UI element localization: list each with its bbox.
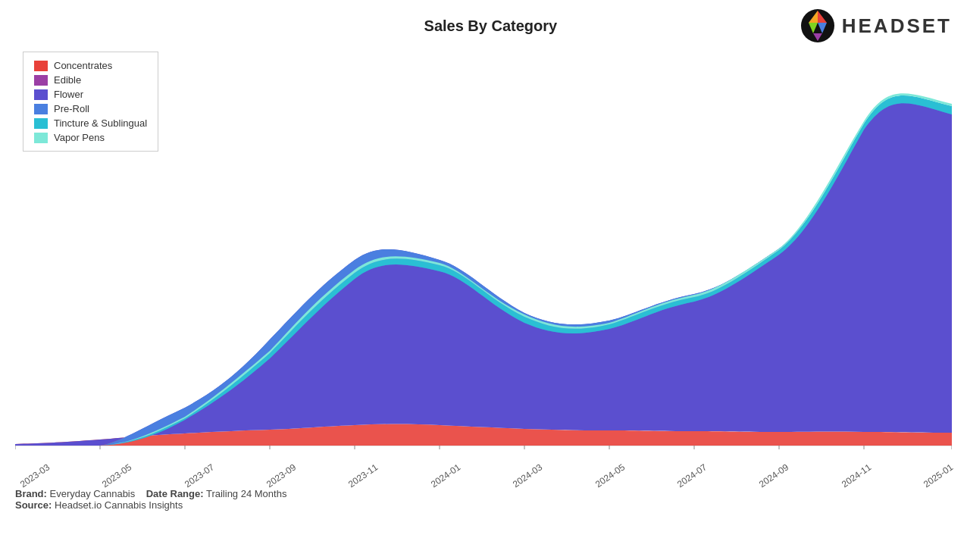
preroll-label: Pre-Roll — [54, 103, 89, 114]
vapor-swatch — [34, 133, 48, 143]
brand-label: Brand: — [15, 488, 47, 499]
headset-logo-icon — [800, 8, 836, 44]
edible-swatch — [34, 75, 48, 86]
date-range-label: Date Range: — [146, 488, 204, 499]
logo-text: HEADSET — [842, 14, 952, 38]
source-label: Source: — [15, 499, 52, 511]
legend-item-flower: Flower — [34, 89, 147, 100]
flower-label: Flower — [54, 89, 83, 100]
edible-label: Edible — [54, 74, 81, 86]
legend-item-concentrates: Concentrates — [34, 60, 147, 71]
flower-swatch — [34, 89, 48, 100]
chart-title: Sales By Category — [182, 17, 800, 35]
chart-body: Concentrates Edible Flower Pre-Roll Tinc… — [15, 44, 952, 468]
tincture-label: Tincture & Sublingual — [54, 117, 147, 129]
concentrates-swatch — [34, 61, 48, 71]
date-range-value: Trailing 24 Months — [206, 488, 286, 499]
legend: Concentrates Edible Flower Pre-Roll Tinc… — [23, 52, 158, 152]
source-value: Headset.io Cannabis Insights — [55, 499, 183, 511]
legend-item-edible: Edible — [34, 74, 147, 86]
tincture-swatch — [34, 118, 48, 129]
legend-item-preroll: Pre-Roll — [34, 103, 147, 114]
concentrates-label: Concentrates — [54, 60, 112, 71]
vapor-label: Vapor Pens — [54, 132, 105, 143]
x-axis-labels: 2023-03 2023-05 2023-07 2023-09 2023-11 … — [0, 471, 967, 482]
legend-item-tincture: Tincture & Sublingual — [34, 117, 147, 129]
chart-container: Sales By Category HEADSET Concentrates — [0, 0, 967, 560]
logo-area: HEADSET — [800, 8, 952, 44]
legend-item-vapor: Vapor Pens — [34, 132, 147, 143]
footer: Brand: Everyday Cannabis Date Range: Tra… — [0, 482, 967, 511]
brand-value: Everyday Cannabis — [50, 488, 136, 499]
header: Sales By Category HEADSET — [0, 0, 967, 44]
preroll-swatch — [34, 104, 48, 114]
